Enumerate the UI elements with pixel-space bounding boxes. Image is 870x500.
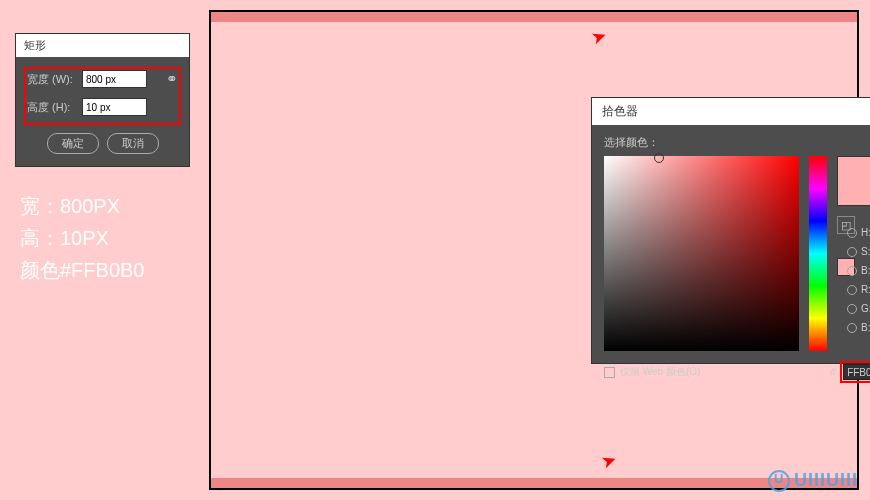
radio-s[interactable] [847, 247, 857, 257]
arrow-icon: ➤ [598, 448, 620, 474]
hex-prefix: # [830, 366, 836, 378]
radio-r[interactable] [847, 285, 857, 295]
link-icon[interactable]: ⚭ [166, 71, 178, 87]
arrow-icon: ➤ [588, 24, 610, 50]
web-only-checkbox[interactable] [604, 367, 615, 378]
radio-b[interactable] [847, 266, 857, 276]
width-input[interactable] [82, 70, 147, 88]
ok-button[interactable]: 确定 [47, 133, 99, 154]
rect-title: 矩形 [16, 34, 189, 57]
color-picker-dialog: 拾色器 选择颜色： ◰ 确定 取消 颜色色板 H: [591, 97, 870, 364]
height-label: 高度 (H): [27, 100, 77, 115]
color-marker[interactable] [654, 153, 664, 163]
bottom-shape-bar [211, 478, 857, 488]
hue-slider[interactable] [809, 156, 827, 351]
picker-title: 拾色器 [592, 98, 870, 125]
summary-text: 宽：800PX 高：10PX 颜色#FFB0B0 [20, 190, 144, 286]
radio-g[interactable] [847, 304, 857, 314]
color-values: H: S: B: R: G: B: C: M: Y: K: [847, 225, 870, 355]
canvas-area: ➤ ➤ 拾色器 选择颜色： ◰ 确定 取消 颜色色板 [209, 10, 859, 490]
top-shape-bar [211, 12, 857, 22]
radio-h[interactable] [847, 228, 857, 238]
saturation-brightness-field[interactable] [604, 156, 799, 351]
width-label: 宽度 (W): [27, 72, 77, 87]
dimension-highlight: 宽度 (W): ⚭ 高度 (H): [24, 67, 181, 125]
color-swatch-new [837, 156, 870, 206]
select-color-label: 选择颜色： [604, 135, 870, 150]
logo-icon [768, 470, 790, 492]
cancel-button[interactable]: 取消 [107, 133, 159, 154]
web-only-label: 仅限 Web 颜色(O) [620, 365, 700, 379]
watermark: UIIIUIII [768, 470, 858, 492]
hex-highlight [840, 361, 870, 383]
height-input[interactable] [82, 98, 147, 116]
rectangle-dialog: 矩形 宽度 (W): ⚭ 高度 (H): 确定 取消 [15, 33, 190, 167]
hex-input[interactable] [843, 364, 870, 380]
radio-bb[interactable] [847, 323, 857, 333]
